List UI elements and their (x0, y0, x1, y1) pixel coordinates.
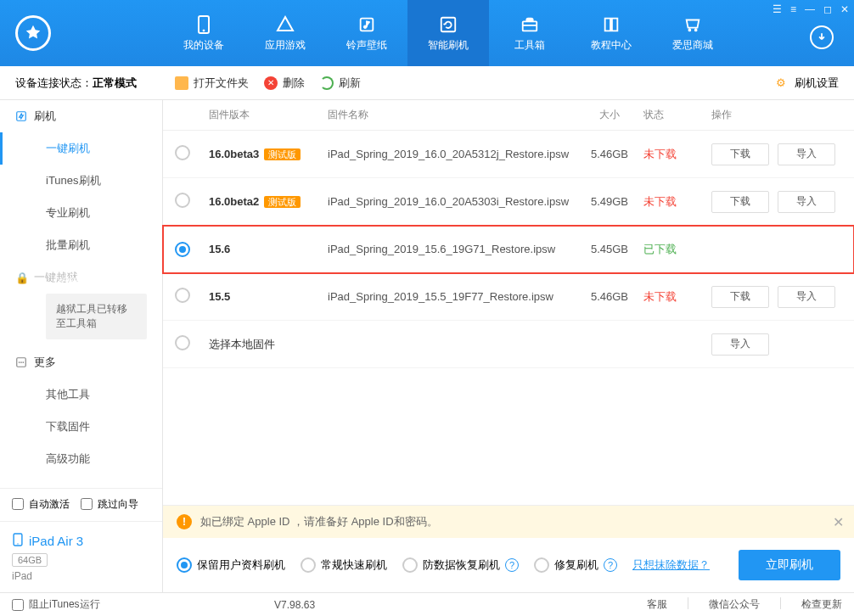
main-area: 刷机 一键刷机 iTunes刷机 专业刷机 批量刷机 🔒一键越狱 越狱工具已转移… (0, 100, 854, 592)
firmware-row[interactable]: 16.0beta3测试版 iPad_Spring_2019_16.0_20A53… (163, 131, 854, 178)
header-version[interactable]: 固件版本 (209, 108, 328, 122)
sidebar-item-download-fw[interactable]: 下载固件 (0, 411, 162, 443)
firmware-row[interactable]: 15.6 iPad_Spring_2019_15.6_19G71_Restore… (163, 226, 854, 273)
auto-activate-checkbox[interactable]: 自动激活 (12, 497, 70, 512)
check-update-link[interactable]: 检查更新 (801, 597, 842, 612)
delete-button[interactable]: ✕删除 (264, 76, 305, 91)
download-button[interactable]: 下载 (711, 286, 769, 308)
version-cell: 16.0beta3测试版 (209, 148, 328, 161)
checkbox-label: 自动激活 (29, 497, 70, 512)
sidebar-options: 自动激活 跳过向导 (0, 488, 162, 522)
flash-settings-button[interactable]: ⚙刷机设置 (776, 76, 839, 91)
version-cell: 16.0beta2测试版 (209, 195, 328, 209)
device-type: iPad (12, 570, 150, 582)
nav-store[interactable]: 爱思商城 (652, 0, 733, 66)
import-button[interactable]: 导入 (711, 333, 769, 356)
svg-rect-6 (17, 112, 26, 121)
radio-icon[interactable] (175, 193, 190, 208)
sidebar-label: 其他工具 (46, 387, 90, 402)
checkbox-label: 阻止iTunes运行 (29, 597, 100, 612)
action-cell: 下载导入 (711, 191, 854, 213)
nav-toolbox[interactable]: 工具箱 (489, 0, 570, 66)
flash-icon (15, 110, 27, 122)
sidebar-label: 下载固件 (46, 419, 90, 434)
checkbox-label: 跳过向导 (98, 497, 138, 512)
nav-flash[interactable]: 智能刷机 (407, 0, 489, 66)
open-folder-button[interactable]: 打开文件夹 (175, 76, 249, 91)
version-cell: 15.5 (209, 290, 328, 303)
warning-bar: ! 如已绑定 Apple ID ，请准备好 Apple ID和密码。 ✕ (163, 506, 854, 538)
footer: 阻止iTunes运行 V7.98.63 客服 微信公众号 检查更新 (0, 592, 854, 616)
tablet-icon (12, 532, 24, 550)
import-button[interactable]: 导入 (778, 143, 835, 165)
local-firmware-row[interactable]: 选择本地固件 导入 (163, 321, 854, 368)
version-text: V7.98.63 (274, 599, 315, 611)
option-repair[interactable]: 修复刷机? (534, 557, 617, 573)
local-firmware-label: 选择本地固件 (209, 337, 328, 352)
download-button[interactable]: 下载 (711, 143, 769, 165)
radio-icon[interactable] (175, 242, 190, 257)
flash-now-button[interactable]: 立即刷机 (739, 550, 840, 580)
download-indicator-icon[interactable] (810, 25, 834, 49)
option-normal[interactable]: 常规快速刷机 (301, 557, 387, 573)
status-bar: 设备连接状态：正常模式 打开文件夹 ✕删除 刷新 ⚙刷机设置 (0, 66, 854, 100)
sidebar-item-advanced[interactable]: 高级功能 (0, 443, 162, 475)
import-button[interactable]: 导入 (778, 286, 835, 308)
import-button[interactable]: 导入 (778, 191, 835, 213)
header-name[interactable]: 固件名称 (328, 108, 576, 122)
wechat-link[interactable]: 微信公众号 (709, 597, 760, 612)
erase-data-link[interactable]: 只想抹除数据？ (632, 557, 710, 573)
filename-cell: iPad_Spring_2019_16.0_20A5303i_Restore.i… (328, 195, 576, 208)
radio-icon[interactable] (175, 335, 190, 350)
window-maximize-icon[interactable]: ◻ (823, 3, 832, 15)
device-info: iPad Air 3 64GB iPad (0, 521, 162, 592)
firmware-row[interactable]: 15.5 iPad_Spring_2019_15.5_19F77_Restore… (163, 273, 854, 321)
header-action: 操作 (711, 108, 854, 122)
nav-ringtones[interactable]: 铃声壁纸 (326, 0, 407, 66)
sidebar-group-more[interactable]: 更多 (0, 346, 162, 378)
svg-point-1 (203, 30, 205, 31)
sidebar-item-one-click[interactable]: 一键刷机 (0, 132, 162, 165)
app-subtitle: www.i4.cn (58, 274, 126, 284)
help-icon[interactable]: ? (505, 558, 519, 572)
device-name-text: iPad Air 3 (29, 534, 83, 548)
customer-service-link[interactable]: 客服 (647, 597, 667, 612)
button-label: 打开文件夹 (194, 76, 249, 91)
status-cell: 未下载 (643, 147, 711, 162)
size-cell: 5.49GB (576, 195, 643, 208)
radio-icon[interactable] (175, 145, 190, 160)
option-keep-data[interactable]: 保留用户资料刷机 (177, 557, 285, 573)
radio-icon[interactable] (175, 288, 190, 303)
sidebar-label: 刷机 (34, 109, 56, 124)
nav-label: 教程中心 (591, 38, 632, 53)
svg-rect-4 (441, 17, 456, 31)
warning-icon: ! (177, 514, 192, 529)
folder-icon (175, 76, 188, 90)
window-list-icon[interactable]: ≡ (790, 3, 796, 15)
skip-guide-checkbox[interactable]: 跳过向导 (81, 497, 138, 512)
header-size[interactable]: 大小 (576, 108, 643, 122)
header-status[interactable]: 状态 (643, 108, 711, 122)
content: 固件版本 固件名称 大小 状态 操作 16.0beta3测试版 iPad_Spr… (163, 100, 854, 592)
window-close-icon[interactable]: ✕ (840, 3, 849, 15)
nav-tutorials[interactable]: 教程中心 (570, 0, 652, 66)
sidebar-item-other-tools[interactable]: 其他工具 (0, 378, 162, 411)
window-minimize-icon[interactable]: — (805, 3, 815, 15)
window-menu-icon[interactable]: ☰ (773, 3, 782, 15)
help-icon[interactable]: ? (604, 558, 617, 572)
firmware-row[interactable]: 16.0beta2测试版 iPad_Spring_2019_16.0_20A53… (163, 178, 854, 226)
device-name[interactable]: iPad Air 3 (12, 532, 150, 550)
refresh-button[interactable]: 刷新 (320, 76, 361, 91)
size-cell: 5.46GB (576, 290, 643, 303)
nav-my-device[interactable]: 我的设备 (163, 0, 244, 66)
nav-apps[interactable]: 应用游戏 (244, 0, 326, 66)
sidebar-label: 高级功能 (46, 451, 90, 467)
logo[interactable]: 爱思助手 www.i4.cn (0, 0, 163, 66)
option-anti-recovery[interactable]: 防数据恢复刷机? (402, 557, 519, 573)
status-cell: 未下载 (643, 289, 711, 305)
status-cell: 未下载 (643, 194, 711, 210)
radio-icon (177, 557, 192, 573)
warning-close-icon[interactable]: ✕ (833, 514, 844, 530)
download-button[interactable]: 下载 (711, 191, 769, 213)
block-itunes-checkbox[interactable]: 阻止iTunes运行 (12, 597, 100, 612)
